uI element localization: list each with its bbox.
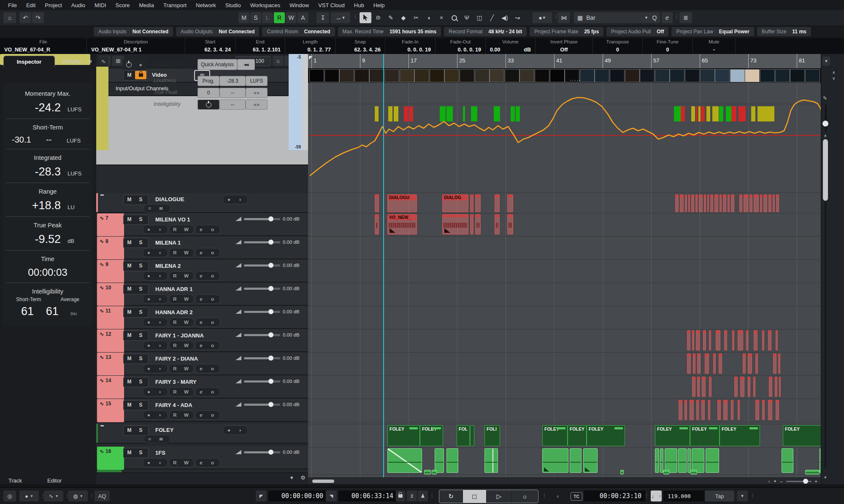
- dialogue-clip[interactable]: [739, 194, 742, 212]
- volume-slider-knob[interactable]: [268, 309, 273, 314]
- info-field-description[interactable]: DescriptionVO_NEW_67-04_R 1: [87, 38, 185, 54]
- bypass-insert-button[interactable]: o: [207, 272, 218, 280]
- info-field-transpose[interactable]: Transpose0: [593, 38, 643, 54]
- monitor-icon[interactable]: ◗: [154, 318, 166, 326]
- fairy-clip[interactable]: [684, 400, 687, 420]
- foley-audio-clip[interactable]: [435, 448, 444, 473]
- status-project-audio-pull[interactable]: Project Audio PullOff: [606, 27, 668, 36]
- fairy-clip[interactable]: [762, 400, 765, 420]
- state-button-r[interactable]: R: [274, 12, 285, 23]
- mute-button[interactable]: M: [124, 308, 135, 316]
- gear-icon[interactable]: ⚙: [300, 474, 306, 481]
- solo-button[interactable]: S: [135, 331, 146, 340]
- lock-button[interactable]: [135, 71, 146, 79]
- read-automation-button[interactable]: R: [169, 318, 181, 326]
- status-control-room[interactable]: Control RoomConnected: [262, 27, 335, 36]
- track-defaults-icon[interactable]: ⌂: [273, 56, 284, 66]
- dialogue-clip[interactable]: [691, 194, 694, 212]
- vo-clip[interactable]: [507, 214, 513, 234]
- write-automation-button[interactable]: W: [181, 365, 192, 372]
- bypass-insert-button[interactable]: o: [207, 459, 218, 466]
- monitor-icon[interactable]: ◗: [154, 365, 166, 372]
- info-field-mute[interactable]: Mute-: [693, 38, 736, 54]
- fairy-clip[interactable]: [713, 353, 716, 374]
- volume-slider-knob[interactable]: [268, 216, 273, 221]
- foley-clip[interactable]: FOLEY: [387, 425, 420, 446]
- grid-type-dropdown[interactable]: ▦Bar▼: [574, 12, 652, 23]
- timeline-ruler[interactable]: ◤19172533414957657381: [308, 54, 821, 69]
- dialogue-clip[interactable]: [507, 194, 513, 212]
- audio-track-row[interactable]: ∿10MSHANNA ADR 10.00 dB●◗RWeo: [96, 283, 308, 306]
- mute-button[interactable]: M: [124, 285, 135, 293]
- dialogue-clip[interactable]: [720, 194, 722, 212]
- foley-audio-clip[interactable]: [387, 448, 422, 473]
- state-button-m[interactable]: M: [238, 12, 249, 23]
- record-mode-button[interactable]: ● ▼: [19, 491, 39, 501]
- quantize-button[interactable]: Q: [649, 12, 660, 23]
- undo-icon[interactable]: ↶: [19, 12, 31, 23]
- line-tool[interactable]: ╱: [486, 12, 498, 23]
- right-locator-icon[interactable]: ◥: [326, 491, 337, 501]
- info-field-fade-out[interactable]: Fade-Out0. 0. 0. 19: [436, 38, 486, 54]
- edit-channel-button[interactable]: e: [195, 249, 207, 256]
- audio-track-row[interactable]: ∿9MSMILENA 20.00 dB●◗RWeo: [96, 259, 308, 283]
- fairy-clip[interactable]: [768, 400, 772, 420]
- dialogue-clip[interactable]: [723, 194, 726, 212]
- audio-track-row[interactable]: ∿14MSFAIRY 3 - MARY0.00 dB●◗RWeo: [96, 375, 308, 399]
- audio-track-row[interactable]: ∿16MS1FS0.00 dB●◗RWeo: [96, 446, 308, 469]
- write-automation-button[interactable]: W: [181, 318, 192, 326]
- chevron-right-icon[interactable]: ›: [768, 479, 770, 484]
- small-clip[interactable]: [663, 470, 669, 474]
- audio-track-row[interactable]: ∿11MSHANNA ADR 20.00 dB●◗RWeo: [96, 306, 308, 329]
- volume-slider-knob[interactable]: [268, 263, 273, 268]
- monitor-icon[interactable]: ◗: [154, 295, 166, 303]
- menu-vst-cloud[interactable]: VST Cloud: [314, 2, 349, 8]
- rewind-button[interactable]: ◀◀: [237, 59, 255, 70]
- punch-icon[interactable]: ◐: [552, 491, 565, 501]
- info-field-volume[interactable]: Volume0.00dB: [486, 38, 536, 54]
- dialogue-clip[interactable]: [768, 194, 771, 212]
- read-automation-button[interactable]: R: [169, 365, 181, 372]
- edit-channel-button[interactable]: e: [195, 342, 207, 349]
- scroll-up-icon[interactable]: ∧: [832, 70, 835, 75]
- bypass-insert-button[interactable]: o: [207, 388, 218, 396]
- state-button-s[interactable]: S: [250, 12, 261, 23]
- menu-midi[interactable]: MIDI: [90, 2, 111, 8]
- quick-analysis-button[interactable]: Quick Analysis: [197, 59, 237, 70]
- monitor-icon[interactable]: ◗: [154, 388, 166, 396]
- fairy-clip[interactable]: [701, 400, 705, 420]
- fairy-clip[interactable]: [740, 377, 744, 397]
- vertical-scrollbar-track[interactable]: [825, 202, 826, 467]
- dialogue-clip[interactable]: [754, 194, 759, 212]
- dialogue-clip[interactable]: [749, 194, 752, 212]
- record-ready-icon[interactable]: ●: [143, 388, 154, 396]
- menu-studio[interactable]: Studio: [221, 2, 246, 8]
- hand-tool[interactable]: Ψ: [461, 12, 473, 23]
- snap-type-icon[interactable]: ⋈: [558, 12, 570, 23]
- menu-network[interactable]: Network: [191, 2, 221, 8]
- foley-audio-clip[interactable]: [692, 448, 704, 473]
- mute-button[interactable]: M: [124, 261, 135, 270]
- edit-channel-button[interactable]: e: [195, 295, 207, 303]
- foley-audio-clip[interactable]: [484, 448, 498, 473]
- fairy-clip[interactable]: [724, 330, 727, 350]
- dialogue-clip[interactable]: [707, 194, 709, 212]
- fairy-clip[interactable]: [702, 377, 706, 397]
- tempo-value[interactable]: 119.000▴▾: [663, 491, 711, 501]
- edit-channel-button[interactable]: e: [195, 226, 207, 233]
- zoom-in-icon[interactable]: +: [824, 474, 827, 480]
- fairy-clip[interactable]: [703, 330, 706, 350]
- monitor-icon[interactable]: ◗: [154, 342, 166, 349]
- monitor-icon[interactable]: ◗: [235, 426, 246, 434]
- volume-slider-knob[interactable]: [268, 332, 273, 337]
- zoom-tool[interactable]: [448, 12, 460, 23]
- lock-icon[interactable]: [396, 491, 405, 501]
- vo-clip[interactable]: [375, 214, 379, 234]
- primary-time-display[interactable]: 00:00:23:10: [584, 491, 646, 501]
- status-record-format[interactable]: Record Format48 kHz - 24 bit: [444, 27, 527, 36]
- fairy-clip[interactable]: [779, 377, 781, 397]
- bypass-insert-button[interactable]: o: [207, 226, 218, 233]
- write-automation-button[interactable]: W: [181, 249, 192, 256]
- status-project-pan-law[interactable]: Project Pan LawEqual Power: [671, 27, 754, 36]
- monitor-icon[interactable]: ◗: [154, 272, 166, 280]
